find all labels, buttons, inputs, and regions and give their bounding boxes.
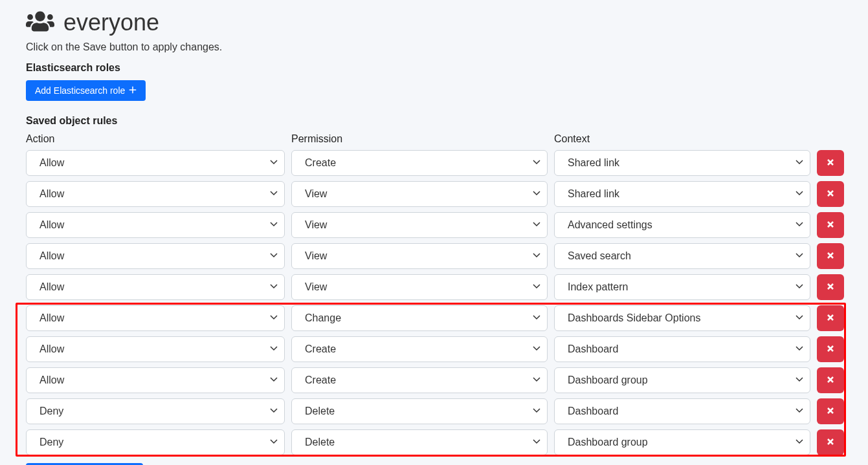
permission-value: Delete [305, 406, 335, 417]
context-select[interactable]: Dashboard group [554, 367, 810, 393]
delete-rule-button[interactable] [817, 398, 844, 424]
page-title: everyone [63, 9, 159, 36]
permission-select[interactable]: Create [291, 336, 548, 362]
action-select[interactable]: Allow [26, 336, 285, 362]
col-header-permission: Permission [291, 133, 548, 145]
action-value: Allow [39, 312, 64, 324]
action-select[interactable]: Allow [26, 274, 285, 300]
users-icon [26, 10, 54, 36]
chevron-down-icon [796, 312, 803, 324]
action-value: Allow [39, 157, 64, 169]
chevron-down-icon [270, 406, 278, 417]
action-select[interactable]: Allow [26, 367, 285, 393]
chevron-down-icon [533, 312, 540, 324]
delete-rule-button[interactable] [817, 212, 844, 238]
page-subtitle: Click on the Save button to apply change… [26, 41, 842, 53]
action-value: Allow [39, 374, 64, 386]
context-value: Dashboard [568, 343, 618, 355]
chevron-down-icon [270, 157, 278, 169]
permission-select[interactable]: View [291, 212, 548, 238]
action-value: Allow [39, 281, 64, 293]
col-header-action: Action [26, 133, 285, 145]
context-value: Dashboards Sidebar Options [568, 312, 700, 324]
saved-rules-heading: Saved object rules [26, 115, 842, 127]
context-value: Shared link [568, 157, 619, 169]
permission-value: Change [305, 312, 341, 324]
action-select[interactable]: Allow [26, 181, 285, 207]
rule-row: AllowCreateDashboard group [26, 367, 842, 393]
context-select[interactable]: Shared link [554, 181, 810, 207]
chevron-down-icon [270, 437, 278, 448]
context-value: Shared link [568, 188, 619, 200]
permission-select[interactable]: Create [291, 150, 548, 176]
rule-row: AllowCreateDashboard [26, 336, 842, 362]
chevron-down-icon [270, 188, 278, 200]
chevron-down-icon [270, 374, 278, 386]
chevron-down-icon [533, 437, 540, 448]
rule-row: AllowViewShared link [26, 181, 842, 207]
chevron-down-icon [533, 219, 540, 231]
delete-rule-button[interactable] [817, 150, 844, 176]
chevron-down-icon [270, 219, 278, 231]
rule-row: AllowViewSaved search [26, 243, 842, 269]
context-select[interactable]: Saved search [554, 243, 810, 269]
action-value: Allow [39, 250, 64, 262]
context-select[interactable]: Advanced settings [554, 212, 810, 238]
delete-rule-button[interactable] [817, 305, 844, 331]
context-select[interactable]: Dashboard [554, 398, 810, 424]
permission-select[interactable]: View [291, 274, 548, 300]
chevron-down-icon [533, 374, 540, 386]
permission-value: Create [305, 157, 336, 169]
add-es-role-label: Add Elasticsearch role [35, 85, 125, 96]
close-icon [827, 158, 834, 168]
action-select[interactable]: Deny [26, 429, 285, 455]
rule-row: AllowViewAdvanced settings [26, 212, 842, 238]
chevron-down-icon [796, 406, 803, 417]
add-es-role-button[interactable]: Add Elasticsearch role [26, 80, 146, 101]
context-value: Dashboard group [568, 374, 648, 386]
chevron-down-icon [533, 188, 540, 200]
context-select[interactable]: Dashboard group [554, 429, 810, 455]
chevron-down-icon [796, 374, 803, 386]
delete-rule-button[interactable] [817, 429, 844, 455]
permission-select[interactable]: Delete [291, 429, 548, 455]
context-select[interactable]: Index pattern [554, 274, 810, 300]
delete-rule-button[interactable] [817, 181, 844, 207]
context-select[interactable]: Dashboards Sidebar Options [554, 305, 810, 331]
delete-rule-button[interactable] [817, 336, 844, 362]
context-value: Index pattern [568, 281, 628, 293]
action-select[interactable]: Allow [26, 150, 285, 176]
action-select[interactable]: Allow [26, 305, 285, 331]
context-value: Saved search [568, 250, 631, 262]
col-header-context: Context [554, 133, 810, 145]
chevron-down-icon [270, 343, 278, 355]
delete-rule-button[interactable] [817, 274, 844, 300]
permission-select[interactable]: Change [291, 305, 548, 331]
context-select[interactable]: Dashboard [554, 336, 810, 362]
permission-select[interactable]: Create [291, 367, 548, 393]
permission-select[interactable]: View [291, 243, 548, 269]
chevron-down-icon [796, 157, 803, 169]
action-value: Allow [39, 219, 64, 231]
chevron-down-icon [533, 343, 540, 355]
chevron-down-icon [270, 281, 278, 293]
plus-icon [129, 85, 137, 96]
permission-value: View [305, 219, 327, 231]
context-select[interactable]: Shared link [554, 150, 810, 176]
rule-row: AllowChangeDashboards Sidebar Options [26, 305, 842, 331]
action-select[interactable]: Deny [26, 398, 285, 424]
chevron-down-icon [533, 406, 540, 417]
action-value: Deny [39, 406, 63, 417]
action-select[interactable]: Allow [26, 212, 285, 238]
permission-select[interactable]: Delete [291, 398, 548, 424]
delete-rule-button[interactable] [817, 243, 844, 269]
permission-select[interactable]: View [291, 181, 548, 207]
rule-row: DenyDeleteDashboard group [26, 429, 842, 455]
action-value: Allow [39, 188, 64, 200]
rule-row: AllowCreateShared link [26, 150, 842, 176]
permission-value: View [305, 250, 327, 262]
chevron-down-icon [796, 437, 803, 448]
delete-rule-button[interactable] [817, 367, 844, 393]
action-select[interactable]: Allow [26, 243, 285, 269]
chevron-down-icon [533, 281, 540, 293]
